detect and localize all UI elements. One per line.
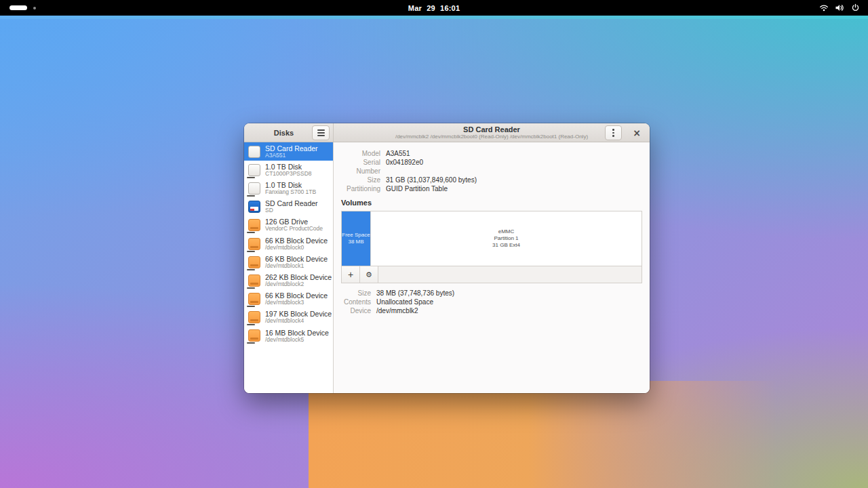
sidebar-item-mtdblock4[interactable]: 197 KB Block Device/dev/mtdblock4 [244,308,333,327]
volume-icon [835,3,845,12]
window-title: SD Card Reader [395,125,588,134]
hard-disk-icon [248,182,260,195]
detail-value: GUID Partition Table [386,184,448,193]
hard-disk-icon [248,164,260,176]
detail-label: Size [341,176,380,184]
detail-label: Serial Number [341,158,380,176]
sd-card-icon [248,201,260,213]
sidebar-item-126gb-drive[interactable]: 126 GB DriveVendorC ProductCode [244,216,333,235]
wallpaper-cyan-band [0,16,868,19]
app-title: Disks [274,129,294,137]
flash-media-icon [248,238,260,250]
sidebar-item-mtdblock1[interactable]: 66 KB Block Device/dev/mtdblock1 [244,253,333,271]
drive-detail-pane: ModelA3A551 Serial Number0x041892e0 Size… [334,142,650,393]
sidebar-item-1tb-disk-crucial[interactable]: 1.0 TB DiskCT1000P3PSSD8 [244,161,333,179]
disks-window: Disks SD Card Reader /dev/mmcblk2 /dev/m… [244,123,650,393]
wifi-icon [819,3,829,12]
volumes-widget: Free Space 38 MB eMMC Partition 1 31 GB … [341,211,642,283]
detail-label: Contents [341,298,371,306]
window-titlebar[interactable]: Disks SD Card Reader /dev/mmcblk2 /dev/m… [244,123,650,142]
detail-value: /dev/mmcblk2 [376,306,418,315]
sidebar-item-mtdblock0[interactable]: 66 KB Block Device/dev/mtdblock0 [244,235,333,253]
vertical-ellipsis-icon [612,129,614,131]
drive-details: ModelA3A551 Serial Number0x041892e0 Size… [341,149,642,193]
gnome-top-bar: Mar 29 16:01 [0,0,868,16]
power-icon [851,3,860,12]
create-partition-button[interactable]: + [342,266,360,283]
flash-media-icon [248,293,260,305]
sidebar-item-sd-card-reader-a3a551[interactable]: SD Card ReaderA3A551 [244,142,333,161]
app-menu-button[interactable] [312,125,330,140]
wallpaper-orange-block [309,381,797,488]
window-subtitle: /dev/mmcblk2 /dev/mmcblk2boot0 (Read-Onl… [395,134,588,140]
flash-media-icon [248,329,260,342]
system-status-area[interactable] [819,3,868,12]
detail-label: Device [341,306,371,315]
close-button[interactable]: × [629,125,644,140]
sidebar-item-mtdblock2[interactable]: 262 KB Block Device/dev/mtdblock2 [244,271,333,289]
disk-list-sidebar: SD Card ReaderA3A551 1.0 TB DiskCT1000P3… [244,142,334,393]
flash-media-icon [248,311,260,323]
volume-bar: Free Space 38 MB eMMC Partition 1 31 GB … [342,211,642,266]
flash-media-icon [248,219,260,231]
hamburger-icon [317,132,325,134]
flash-media-icon [248,274,260,287]
sidebar-item-mtdblock5[interactable]: 16 MB Block Device/dev/mtdblock5 [244,327,333,345]
flash-media-icon [248,256,260,268]
emmc-partition-segment[interactable]: eMMC Partition 1 31 GB Ext4 [370,211,642,266]
sidebar-item-sd-card-reader-sd[interactable]: SD Card ReaderSD [244,198,333,216]
detail-label: Model [341,149,380,158]
sidebar-item-mtdblock3[interactable]: 66 KB Block Device/dev/mtdblock3 [244,290,333,308]
detail-value: 31 GB (31,037,849,600 bytes) [386,176,477,184]
detail-value: Unallocated Space [376,298,433,306]
sd-card-reader-icon [248,146,260,158]
sidebar-header: Disks [244,123,334,142]
clock[interactable]: Mar 29 16:01 [0,4,868,12]
detail-value: 38 MB (37,748,736 bytes) [376,289,454,298]
detail-label: Size [341,289,371,298]
detail-label: Partitioning [341,184,380,193]
volume-toolbar: + ⚙ [342,266,642,283]
selection-details: Size38 MB (37,748,736 bytes) ContentsUna… [341,289,642,315]
detail-value: A3A551 [386,149,410,158]
free-space-segment[interactable]: Free Space 38 MB [342,211,370,266]
main-header: SD Card Reader /dev/mmcblk2 /dev/mmcblk2… [334,123,650,142]
volumes-heading: Volumes [341,199,642,207]
partition-settings-button[interactable]: ⚙ [360,266,378,283]
drive-menu-button[interactable] [605,125,622,140]
detail-value: 0x041892e0 [386,158,423,176]
sidebar-item-1tb-disk-fanxiang[interactable]: 1.0 TB DiskFanxiang S700 1TB [244,179,333,197]
